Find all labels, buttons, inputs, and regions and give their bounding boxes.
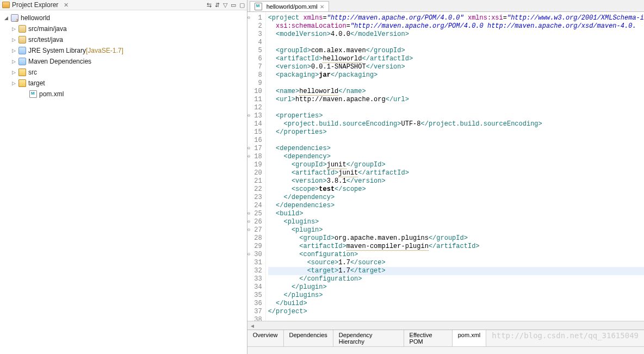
- line-gutter: 1234567891011121314151617181920212223242…: [247, 12, 266, 321]
- project-label: helloworld: [21, 14, 50, 22]
- editor-panel: helloworld/pom.xml ✕ 1234567891011121314…: [247, 0, 644, 354]
- tree-item-label: Maven Dependencies: [28, 58, 91, 65]
- explorer-title: Project Explorer: [12, 1, 58, 9]
- file-label: pom.xml: [39, 90, 64, 98]
- collapse-all-icon[interactable]: ⇆: [207, 2, 212, 9]
- tree-item[interactable]: ▷Maven Dependencies: [1, 56, 246, 67]
- maximize-icon[interactable]: ▢: [239, 2, 245, 9]
- tree-item-label: target: [28, 79, 45, 87]
- tree-item[interactable]: ▷src/test/java: [1, 34, 246, 45]
- chevron-right-icon[interactable]: ▷: [12, 70, 17, 75]
- xml-file-icon: [29, 90, 37, 98]
- tree-item[interactable]: ▷target: [1, 78, 246, 89]
- tab-label: helloworld/pom.xml: [267, 3, 318, 10]
- pkg-icon: [18, 36, 26, 44]
- link-editor-icon[interactable]: ⇵: [215, 2, 220, 9]
- lib-icon: [18, 47, 26, 54]
- chevron-right-icon[interactable]: ▷: [12, 26, 17, 32]
- code-content[interactable]: <project xmlns="http://maven.apache.org/…: [266, 12, 644, 321]
- tree-item-label: src/main/java: [28, 25, 67, 33]
- status-bar: [247, 346, 644, 354]
- explorer-header: Project Explorer ✕ ⇆ ⇵ ▽ ▭ ▢: [0, 0, 247, 10]
- explorer-toolbar: ⇆ ⇵ ▽ ▭ ▢: [207, 2, 245, 9]
- chevron-right-icon[interactable]: ▷: [12, 48, 17, 53]
- editor-tab-active[interactable]: helloworld/pom.xml ✕: [250, 1, 329, 11]
- bottom-tab[interactable]: pom.xml: [453, 330, 487, 346]
- foldr-icon: [18, 69, 26, 76]
- tree-item[interactable]: ▷src/main/java: [1, 23, 246, 34]
- folder-icon: [2, 2, 10, 8]
- close-icon[interactable]: ✕: [64, 2, 69, 9]
- view-menu-icon[interactable]: ▽: [223, 2, 227, 9]
- project-explorer-panel: Project Explorer ✕ ⇆ ⇵ ▽ ▭ ▢ ◢ helloworl…: [0, 0, 247, 354]
- project-tree[interactable]: ◢ helloworld ▷src/main/java▷src/test/jav…: [0, 10, 247, 102]
- chevron-right-icon[interactable]: ▷: [12, 59, 17, 64]
- chevron-right-icon[interactable]: ▷: [12, 80, 17, 86]
- tree-item-label: src: [28, 69, 37, 76]
- tree-item-suffix: [JavaSE-1.7]: [86, 47, 123, 54]
- foldr-icon: [18, 79, 26, 87]
- close-icon[interactable]: ✕: [320, 4, 324, 10]
- watermark-text: http://blog.csdn.net/qq_31615049: [486, 330, 644, 346]
- xml-file-icon: [255, 3, 262, 10]
- chevron-down-icon[interactable]: ◢: [4, 15, 10, 21]
- lib-icon: [18, 58, 26, 65]
- tree-project-root[interactable]: ◢ helloworld: [1, 13, 246, 23]
- editor-tabs: helloworld/pom.xml ✕: [247, 0, 644, 12]
- tree-item[interactable]: ▷JRE System Library [JavaSE-1.7]: [1, 45, 246, 56]
- minimize-icon[interactable]: ▭: [231, 2, 236, 9]
- bottom-tab[interactable]: Effective POM: [404, 330, 453, 346]
- project-icon: [11, 14, 18, 22]
- pkg-icon: [18, 25, 26, 33]
- code-editor[interactable]: 1234567891011121314151617181920212223242…: [247, 12, 644, 321]
- chevron-right-icon[interactable]: ▷: [12, 37, 17, 42]
- horizontal-scrollbar[interactable]: ◂: [247, 321, 644, 330]
- tree-item-label: src/test/java: [28, 36, 63, 44]
- tree-file-pom[interactable]: pom.xml: [1, 89, 246, 100]
- tree-item-label: JRE System Library: [28, 47, 86, 54]
- editor-bottom-tabs: OverviewDependenciesDependency Hierarchy…: [247, 330, 644, 346]
- tree-item[interactable]: ▷src: [1, 67, 246, 78]
- bottom-tab[interactable]: Dependency Hierarchy: [333, 330, 404, 346]
- bottom-tab[interactable]: Overview: [247, 330, 284, 346]
- bottom-tab[interactable]: Dependencies: [284, 330, 333, 346]
